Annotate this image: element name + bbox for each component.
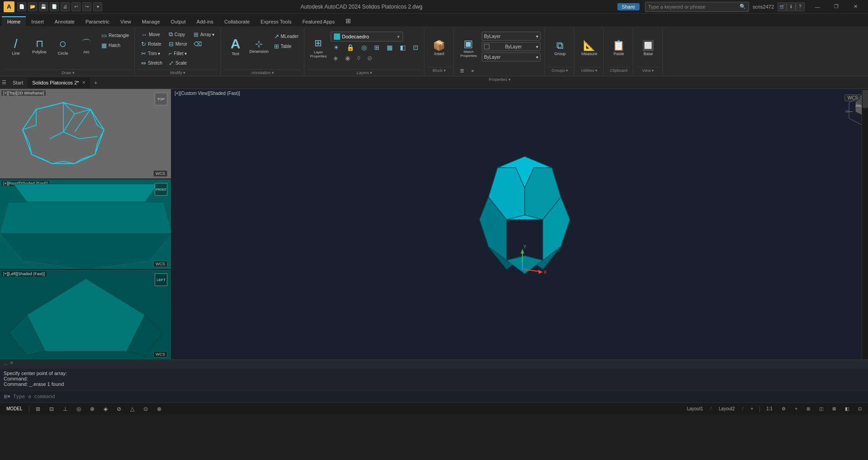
bylayer-3-select[interactable]: ByLayer ▾ xyxy=(482,52,541,61)
circle-button[interactable]: ○ Circle xyxy=(52,29,74,64)
tab-new[interactable]: + xyxy=(90,77,102,88)
stretch-button[interactable]: ⇔ Stretch xyxy=(138,58,165,67)
scale-display[interactable]: 1:1 xyxy=(764,405,775,412)
line-button[interactable]: / Line xyxy=(5,29,27,64)
layer-t10[interactable]: ◊ xyxy=(355,53,363,62)
share-button[interactable]: Share xyxy=(617,3,640,10)
selection-button[interactable]: ⊙ xyxy=(141,405,151,413)
properties-panel[interactable]: ◧ xyxy=(842,405,852,412)
undo-icon[interactable]: ↩ xyxy=(71,2,81,11)
layer-tool-4[interactable]: ⊞ xyxy=(371,43,382,52)
new-layout-button[interactable]: + xyxy=(748,405,756,412)
nav-cube[interactable]: FRONT S N W E WCS xyxy=(844,94,861,101)
layer-tool-6[interactable]: ◧ xyxy=(397,43,408,52)
copy-button[interactable]: ⧉ Copy xyxy=(166,30,190,39)
paste-button[interactable]: 📋 Paste xyxy=(607,31,630,66)
help-icon[interactable]: ? xyxy=(796,2,805,11)
ortho-button[interactable]: ⊥ xyxy=(60,405,70,413)
tab-parametric[interactable]: Parametric xyxy=(80,16,115,26)
array-button[interactable]: ⊞ Array ▾ xyxy=(191,30,218,39)
layout2-tab[interactable]: Layout2 xyxy=(716,405,738,412)
expand-props-button[interactable]: » xyxy=(469,66,477,75)
tab-extra[interactable]: ⊞ xyxy=(340,14,356,26)
isolate-button[interactable]: ⊠ xyxy=(830,405,839,412)
viewport-bot[interactable]: [+][Left][Shaded (Fast)] LEFT WCS xyxy=(0,270,171,359)
layer-tool-5[interactable]: ▦ xyxy=(384,43,395,52)
snap-button[interactable]: ⊟ xyxy=(47,405,57,413)
gizmo-button[interactable]: ⊗ xyxy=(154,405,164,413)
redo-icon[interactable]: ↪ xyxy=(82,2,91,11)
search-box[interactable]: Type a keyword or phrase 🔍 xyxy=(645,2,749,12)
save-as-icon[interactable]: 📑 xyxy=(50,2,59,11)
main-viewport[interactable]: [+][Custom View][Shaded (Fast)] FRONT S … xyxy=(172,89,868,359)
model-tab[interactable]: MODEL xyxy=(4,405,25,412)
tab-annotate[interactable]: Annotate xyxy=(49,16,80,26)
mirror-button[interactable]: ⊟ Mirror xyxy=(166,39,190,48)
panel-toggle[interactable]: ◫ xyxy=(816,405,826,412)
tab-start[interactable]: Start xyxy=(8,77,28,88)
osnap-button[interactable]: ⊕ xyxy=(87,405,97,413)
new-file-icon[interactable]: 📄 xyxy=(17,2,26,11)
tab-insert[interactable]: Insert xyxy=(26,16,49,26)
layer-tool-3[interactable]: ◎ xyxy=(359,43,370,52)
scale-button[interactable]: ⤢ Scale xyxy=(166,58,190,67)
scroll-thumb[interactable] xyxy=(863,90,868,108)
open-file-icon[interactable]: 📂 xyxy=(28,2,37,11)
grid-button[interactable]: ⊞ xyxy=(33,405,43,413)
move-button[interactable]: ↔ Move xyxy=(138,30,165,39)
trim-button[interactable]: ✂ Trim ▾ xyxy=(138,49,165,58)
match-properties-button[interactable]: ▣ MatchProperties xyxy=(457,31,480,66)
rotate-button[interactable]: ↻ Rotate xyxy=(138,39,165,48)
tab-view[interactable]: View xyxy=(115,16,137,26)
print-icon[interactable]: 🖨 xyxy=(61,2,70,11)
close-button[interactable]: ✕ xyxy=(846,0,864,13)
fullscreen-button[interactable]: ⊡ xyxy=(855,405,864,412)
polyline-button[interactable]: ⊓ Polyline xyxy=(28,29,51,64)
layer-tool-7[interactable]: ⊡ xyxy=(410,43,421,52)
viewport-config[interactable]: ⊞ xyxy=(804,405,813,412)
layer-tool-1[interactable]: ☀ xyxy=(331,43,342,52)
layer-select[interactable]: Dodecaedro ▾ xyxy=(331,32,403,42)
info-icon[interactable]: ℹ xyxy=(787,2,796,11)
layout1-tab[interactable]: Layout1 xyxy=(684,405,706,412)
erase-button[interactable]: ⌫ xyxy=(191,39,218,48)
layer-t8[interactable]: ◈ xyxy=(331,53,341,62)
layer-tool-2[interactable]: 🔒 xyxy=(344,43,357,52)
group-button[interactable]: ⧉ Group xyxy=(549,31,571,66)
viewport-top[interactable]: [+][Top][2D Wireframe] xyxy=(0,89,171,179)
table-button[interactable]: ⊞ Table xyxy=(271,42,301,51)
cmdline-close-icon[interactable]: ✕ xyxy=(10,361,17,368)
cart-icon[interactable]: 🛒 xyxy=(778,2,787,11)
cmdline-input[interactable] xyxy=(13,394,864,399)
hamburger-menu[interactable]: ☰ xyxy=(2,80,6,85)
right-scrollbar[interactable] xyxy=(862,89,868,359)
hatch-button[interactable]: ▦ Hatch xyxy=(99,41,132,50)
rectangle-button[interactable]: ▭ Rectangle xyxy=(99,31,132,40)
tab-close-icon[interactable]: ✕ xyxy=(82,80,85,85)
layer-t9[interactable]: ◉ xyxy=(342,53,353,62)
insert-button[interactable]: 📦 Insert xyxy=(428,31,451,66)
settings-icon[interactable]: ⚙ xyxy=(779,405,788,412)
transparency-button[interactable]: △ xyxy=(128,405,137,413)
tab-addins[interactable]: Add-ins xyxy=(191,16,219,26)
measure-button[interactable]: 📐 Measure xyxy=(578,31,601,66)
polar-button[interactable]: ◎ xyxy=(74,405,84,413)
mleader-button[interactable]: ↗ MLeader xyxy=(271,32,301,41)
lineweight-button[interactable]: ⊘ xyxy=(114,405,124,413)
tab-home[interactable]: Home xyxy=(2,16,26,26)
text-button[interactable]: A Text xyxy=(224,29,247,64)
list-button[interactable]: ☰ xyxy=(457,66,467,75)
otrack-button[interactable]: ◈ xyxy=(101,405,110,413)
add-button[interactable]: + xyxy=(792,405,800,412)
save-icon[interactable]: 💾 xyxy=(39,2,48,11)
tab-collaborate[interactable]: Collaborate xyxy=(219,16,255,26)
tab-output[interactable]: Output xyxy=(166,16,191,26)
viewport-mid[interactable]: [+][Front][Shaded (Fast)] xyxy=(0,179,171,270)
tab-active-doc[interactable]: Solidos Platonicos 2* ✕ xyxy=(28,77,90,88)
dimension-button[interactable]: ⊹ Dimension xyxy=(248,29,270,64)
fillet-button[interactable]: ⌐ Fillet ▾ xyxy=(166,49,190,58)
tab-express[interactable]: Express Tools xyxy=(255,16,297,26)
bylayer-2-select[interactable]: ByLayer ▾ xyxy=(482,42,541,51)
layer-t11[interactable]: ⊘ xyxy=(365,53,375,62)
more-icon[interactable]: ▾ xyxy=(93,2,102,11)
